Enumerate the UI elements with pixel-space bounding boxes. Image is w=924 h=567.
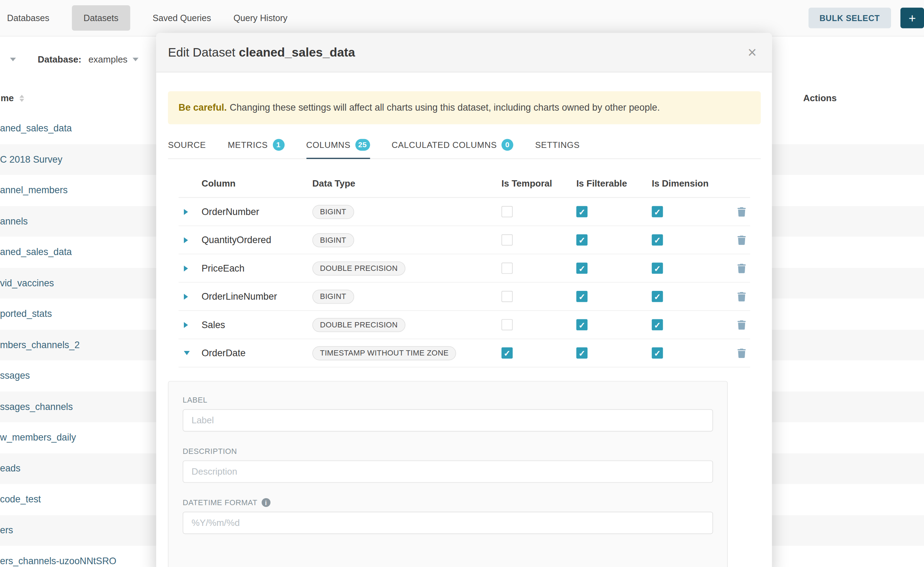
is-temporal-checkbox-cell (501, 291, 576, 302)
dataset-link[interactable]: vid_vaccines (0, 278, 54, 288)
data-type-pill: TIMESTAMP WITHOUT TIME ZONE (312, 346, 456, 360)
columns-table-header: Column Data Type Is Temporal Is Filterab… (179, 170, 750, 198)
is-temporal-checkbox[interactable] (501, 206, 513, 218)
is-dimension-checkbox[interactable] (652, 319, 663, 330)
database-filter-select[interactable]: examples (88, 54, 138, 64)
trash-icon[interactable] (737, 348, 746, 358)
name-header-label: me (1, 93, 14, 104)
nav-tab-saved-queries[interactable]: Saved Queries (153, 5, 211, 31)
is-temporal-checkbox[interactable] (501, 347, 513, 358)
expand-cell (179, 293, 202, 299)
tab-calculated-columns[interactable]: CALCULATED COLUMNS 0 (392, 130, 513, 158)
data-type-pill: BIGINT (312, 204, 354, 219)
caret-right-icon[interactable] (184, 208, 188, 214)
tab-label: SETTINGS (535, 140, 580, 150)
is-temporal-checkbox-cell (501, 347, 576, 358)
close-icon[interactable]: × (745, 45, 759, 60)
description-field-label-text: DESCRIPTION (183, 447, 237, 456)
dataset-link[interactable]: annels (0, 216, 28, 226)
data-type-cell: BIGINT (312, 233, 501, 247)
data-type-pill: DOUBLE PRECISION (312, 318, 405, 332)
column-row: Sales DOUBLE PRECISION (179, 311, 750, 339)
column-name: QuantityOrdered (202, 235, 312, 245)
trash-icon[interactable] (737, 264, 746, 273)
data-type-cell: BIGINT (312, 204, 501, 219)
dataset-link[interactable]: ers_channels-uzooNNtSRO (0, 556, 116, 567)
is-dimension-checkbox[interactable] (652, 234, 663, 246)
is-temporal-checkbox-cell (501, 234, 576, 246)
is-temporal-checkbox[interactable] (501, 234, 513, 246)
name-column-header[interactable]: me (1, 93, 25, 104)
dataset-link[interactable]: w_members_daily (0, 432, 76, 443)
is-filterable-checkbox[interactable] (576, 291, 587, 302)
trash-icon[interactable] (737, 207, 746, 216)
modal-body: Be careful.Changing these settings will … (156, 92, 772, 567)
dataset-link[interactable]: aned_sales_data (0, 123, 72, 134)
tab-settings[interactable]: SETTINGS (535, 130, 580, 158)
tab-metrics[interactable]: METRICS 1 (228, 130, 284, 158)
dataset-link[interactable]: C 2018 Survey (0, 154, 62, 165)
data-type-cell: DOUBLE PRECISION (312, 318, 501, 332)
delete-column-cell (732, 292, 750, 301)
column-name: OrderLineNumber (202, 291, 312, 302)
caret-right-icon[interactable] (184, 265, 188, 271)
is-filterable-checkbox[interactable] (576, 263, 587, 274)
column-row: OrderNumber BIGINT (179, 198, 750, 226)
is-dimension-checkbox[interactable] (652, 263, 663, 274)
dataset-link[interactable]: aned_sales_data (0, 247, 72, 258)
datetime-format-input[interactable] (183, 512, 713, 534)
nav-tab-databases[interactable]: Databases (7, 5, 49, 31)
dataset-link[interactable]: ssages_channels (0, 402, 73, 412)
column-name: OrderDate (202, 348, 312, 358)
dataset-link[interactable]: ported_stats (0, 309, 52, 320)
is-filterable-checkbox[interactable] (576, 234, 587, 246)
is-dimension-checkbox-cell (652, 319, 733, 330)
is-filterable-checkbox[interactable] (576, 347, 587, 358)
nav-tab-query-history[interactable]: Query History (233, 5, 287, 31)
is-temporal-checkbox[interactable] (501, 263, 513, 274)
delete-column-cell (732, 236, 750, 245)
chevron-down-icon (133, 58, 139, 61)
info-icon[interactable]: i (262, 498, 270, 507)
label-field-group: LABEL (183, 396, 713, 431)
expand-cell (179, 322, 202, 328)
caret-down-icon[interactable] (184, 351, 190, 355)
is-filterable-checkbox-cell (576, 319, 652, 330)
tab-columns[interactable]: COLUMNS 25 (306, 130, 370, 158)
count-badge: 1 (272, 139, 284, 151)
dataset-link[interactable]: eads (0, 464, 20, 474)
is-dimension-checkbox[interactable] (652, 291, 663, 302)
tab-source[interactable]: SOURCE (168, 130, 206, 158)
is-dimension-checkbox-cell (652, 347, 733, 358)
is-dimension-checkbox[interactable] (652, 206, 663, 218)
bulk-select-button[interactable]: BULK SELECT (808, 8, 891, 28)
is-filterable-checkbox[interactable] (576, 319, 587, 330)
chevron-down-icon[interactable] (10, 58, 16, 61)
dataset-link[interactable]: ers (0, 525, 13, 536)
trash-icon[interactable] (737, 320, 746, 330)
description-input[interactable] (183, 460, 713, 483)
label-input[interactable] (183, 409, 713, 432)
trash-icon[interactable] (737, 292, 746, 301)
is-temporal-checkbox[interactable] (501, 319, 513, 330)
dataset-link[interactable]: code_test (0, 494, 41, 505)
trash-icon[interactable] (737, 236, 746, 245)
count-badge: 25 (355, 139, 370, 151)
actions-column-header: Actions (803, 93, 837, 104)
add-button[interactable]: + (900, 8, 924, 28)
is-dimension-checkbox-cell (652, 263, 733, 274)
is-dimension-checkbox[interactable] (652, 347, 663, 358)
dataset-link[interactable]: ssages (0, 370, 30, 381)
is-filterable-checkbox-cell (576, 206, 652, 218)
caret-right-icon[interactable] (184, 293, 188, 299)
caret-right-icon[interactable] (184, 237, 188, 243)
dataset-link[interactable]: annel_members (0, 185, 68, 196)
is-filterable-checkbox[interactable] (576, 206, 587, 218)
columns-table-body: OrderNumber BIGINT QuantityOrdered BIGIN… (179, 198, 750, 368)
column-row: PriceEach DOUBLE PRECISION (179, 254, 750, 282)
caret-right-icon[interactable] (184, 322, 188, 328)
nav-tab-datasets[interactable]: Datasets (72, 5, 130, 31)
delete-column-cell (732, 320, 750, 330)
is-temporal-checkbox[interactable] (501, 291, 513, 302)
dataset-link[interactable]: mbers_channels_2 (0, 340, 80, 350)
